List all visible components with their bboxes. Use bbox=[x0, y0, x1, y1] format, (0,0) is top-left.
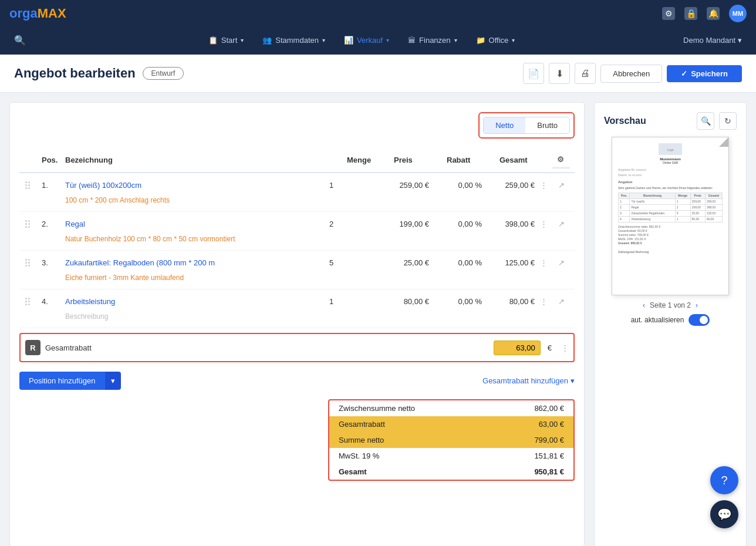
pdf-button[interactable]: 📄 bbox=[523, 63, 544, 84]
kebab-menu-icon[interactable]: ⋮ bbox=[535, 297, 552, 306]
print-button[interactable]: 🖨 bbox=[575, 63, 596, 84]
summary-row-mwst: MwSt. 19 % 151,81 € bbox=[329, 448, 573, 464]
add-position-dropdown-button[interactable]: ▾ bbox=[104, 372, 121, 390]
gesamtrabatt-input[interactable] bbox=[494, 341, 541, 355]
fab-container: ? 💬 bbox=[710, 466, 738, 528]
drag-handle-icon[interactable] bbox=[24, 219, 42, 229]
row-2-main: 2. Regal 2 199,00 € 0,00 % 398,00 € ⋮ ↗ bbox=[19, 214, 575, 234]
external-link-icon[interactable]: ↗ bbox=[552, 258, 570, 267]
avatar[interactable]: MM bbox=[729, 5, 747, 22]
row-4-main: 4. Arbeitsleistung 1 80,00 € 0,00 % 80,0… bbox=[19, 292, 575, 311]
settings-icon[interactable]: ⚙ bbox=[552, 151, 570, 168]
row-3-name[interactable]: Zukaufartikel: Regalboden (800 mm * 200 … bbox=[65, 258, 329, 267]
brutto-button[interactable]: Brutto bbox=[525, 117, 569, 133]
row-1-price: 259,00 € bbox=[376, 181, 429, 190]
gesamtrabatt-kebab-icon[interactable]: ⋮ bbox=[561, 343, 569, 352]
gesamtrabatt-label: Gesamtrabatt bbox=[45, 343, 489, 352]
row-2-desc: Natur Buchenholz 100 cm * 80 cm * 50 cm … bbox=[19, 234, 575, 248]
summary-label-gesamt: Gesamt bbox=[339, 467, 367, 476]
navbar: 🔍 📋 Start ▾ 👥 Stammdaten ▾ 📊 Verkauf ▾ 🏛… bbox=[0, 26, 756, 55]
row-2-total: 398,00 € bbox=[482, 220, 535, 228]
row-3-discount: 0,00 % bbox=[429, 258, 482, 267]
nav-item-start[interactable]: 📋 Start ▾ bbox=[200, 32, 252, 48]
preview-header: Vorschau 🔍 ↻ bbox=[604, 112, 737, 130]
toggle-area: Netto Brutto bbox=[19, 112, 575, 139]
preview-content-lines: Angebots-Nr. xxxxxxx Datum: xx.xx.xxxx A… bbox=[618, 168, 723, 254]
auto-update-toggle[interactable] bbox=[689, 314, 710, 326]
zoom-in-button[interactable]: 🔍 bbox=[697, 112, 714, 130]
auto-update-label: aut. aktualisieren bbox=[631, 316, 684, 324]
r-badge: R bbox=[25, 340, 41, 355]
row-4-name[interactable]: Arbeitsleistung bbox=[65, 297, 329, 306]
row-2-qty: 2 bbox=[329, 220, 376, 228]
stammdaten-icon: 👥 bbox=[262, 36, 272, 45]
row-2-name[interactable]: Regal bbox=[65, 220, 329, 228]
summary-value-summe-netto: 799,00 € bbox=[534, 436, 564, 444]
summary-label-mwst: MwSt. 19 % bbox=[339, 451, 379, 460]
summary-value-zwischensumme: 862,00 € bbox=[534, 404, 564, 413]
add-gesamtrabatt-button[interactable]: Gesamtrabatt hinzufügen ▾ bbox=[482, 376, 575, 385]
start-icon: 📋 bbox=[208, 36, 218, 45]
row-1-total: 259,00 € bbox=[482, 181, 535, 190]
add-position-button[interactable]: Position hinzufügen bbox=[19, 372, 104, 390]
drag-handle-icon[interactable] bbox=[24, 180, 42, 190]
kebab-menu-icon[interactable]: ⋮ bbox=[535, 258, 552, 267]
summary-label-summe-netto: Summe netto bbox=[339, 436, 384, 444]
external-link-icon[interactable]: ↗ bbox=[552, 220, 570, 228]
chevron-down-icon: ▾ bbox=[322, 37, 325, 43]
settings-icon[interactable]: ⚙ bbox=[662, 7, 675, 20]
nav-label-office: Office bbox=[489, 36, 509, 45]
chat-button[interactable]: 💬 bbox=[710, 500, 738, 528]
nav-label-start: Start bbox=[221, 36, 237, 45]
checkmark-icon: ✓ bbox=[681, 69, 687, 78]
chevron-down-icon: ▾ bbox=[454, 37, 457, 43]
refresh-button[interactable]: ↻ bbox=[719, 112, 737, 130]
summary-value-mwst: 151,81 € bbox=[534, 451, 564, 460]
row-3-num: 3. bbox=[42, 258, 65, 267]
table-header: Pos. Bezeichnung Menge Preis Rabatt Gesa… bbox=[19, 148, 575, 173]
row-4-price: 80,00 € bbox=[376, 297, 429, 306]
row-1-name[interactable]: Tür (weiß) 100x200cm bbox=[65, 181, 329, 190]
row-1-num: 1. bbox=[42, 181, 65, 190]
row-4-discount: 0,00 % bbox=[429, 297, 482, 306]
cancel-button[interactable]: Abbrechen bbox=[600, 65, 662, 83]
help-button[interactable]: ? bbox=[710, 466, 738, 494]
kebab-menu-icon[interactable]: ⋮ bbox=[535, 220, 552, 228]
drag-handle-icon[interactable] bbox=[24, 296, 42, 306]
nav-item-stammdaten[interactable]: 👥 Stammdaten ▾ bbox=[254, 32, 333, 48]
topbar-icons: ⚙ 🔒 🔔 MM bbox=[662, 5, 747, 22]
user-menu[interactable]: Demo Mandant ▾ bbox=[683, 36, 742, 45]
draft-badge: Entwurf bbox=[143, 67, 184, 80]
nav-item-finanzen[interactable]: 🏛 Finanzen ▾ bbox=[400, 32, 465, 48]
save-button[interactable]: ✓ Speichern bbox=[667, 65, 742, 82]
row-3-desc: Eiche furniert - 3mm Kante umlaufend bbox=[19, 272, 575, 287]
summary-row-gesamt: Gesamt 950,81 € bbox=[329, 464, 573, 480]
external-link-icon[interactable]: ↗ bbox=[552, 297, 570, 306]
table-row: 2. Regal 2 199,00 € 0,00 % 398,00 € ⋮ ↗ … bbox=[19, 212, 575, 251]
preview-icons: 🔍 ↻ bbox=[697, 112, 737, 130]
external-link-icon[interactable]: ↗ bbox=[552, 181, 570, 190]
row-3-qty: 5 bbox=[329, 258, 376, 267]
bell-icon[interactable]: 🔔 bbox=[707, 7, 720, 20]
nav-item-verkauf[interactable]: 📊 Verkauf ▾ bbox=[336, 32, 397, 48]
lock-icon[interactable]: 🔒 bbox=[684, 7, 697, 20]
nav-label-finanzen: Finanzen bbox=[419, 36, 450, 45]
header-menge: Menge bbox=[347, 156, 394, 164]
search-icon[interactable]: 🔍 bbox=[14, 35, 26, 46]
row-4-qty: 1 bbox=[329, 297, 376, 306]
kebab-menu-icon[interactable]: ⋮ bbox=[535, 181, 552, 190]
nav-item-office[interactable]: 📁 Office ▾ bbox=[468, 32, 524, 48]
row-2-discount: 0,00 % bbox=[429, 220, 482, 228]
summary-row-summe-netto: Summe netto 799,00 € bbox=[329, 432, 573, 448]
netto-button[interactable]: Netto bbox=[484, 117, 525, 133]
drag-handle-icon[interactable] bbox=[24, 258, 42, 268]
header-gesamt: Gesamt bbox=[500, 156, 552, 164]
preview-fold-corner bbox=[719, 137, 728, 147]
save-label: Speichern bbox=[691, 69, 728, 78]
page-title-area: Angebot bearbeiten Entwurf bbox=[14, 66, 184, 81]
next-page-button[interactable]: › bbox=[696, 301, 698, 309]
download-button[interactable]: ⬇ bbox=[549, 63, 570, 84]
row-4-desc: Beschreibung bbox=[19, 311, 575, 325]
add-gesamtrabatt-label: Gesamtrabatt hinzufügen bbox=[482, 376, 568, 385]
prev-page-button[interactable]: ‹ bbox=[643, 301, 645, 309]
